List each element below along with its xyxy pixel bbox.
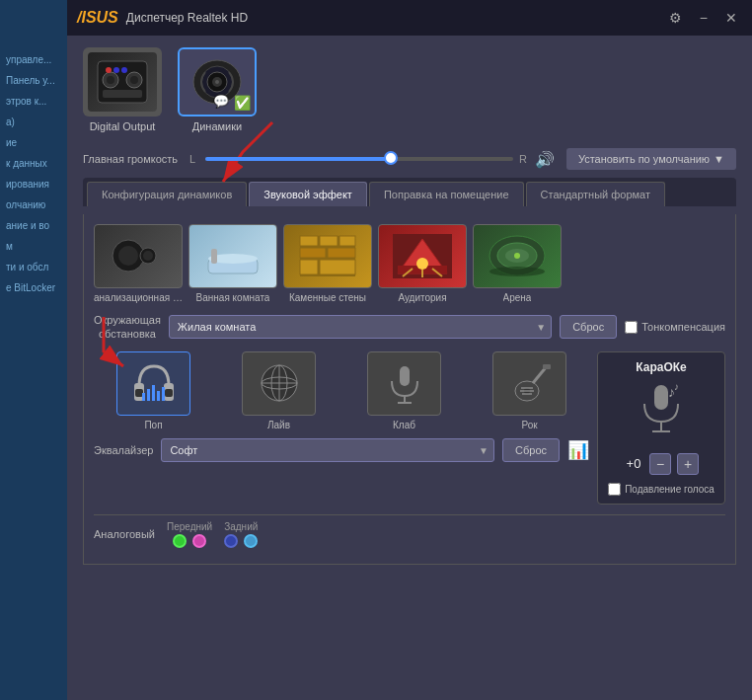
sidebar-item-3[interactable]: а) <box>0 112 67 132</box>
eq-presets-container: Поп <box>94 351 589 430</box>
karaoke-controls: +0 − + <box>624 453 699 475</box>
globe-svg <box>255 361 304 406</box>
env-stone-label: Каменные стены <box>289 292 366 303</box>
active-check-icon: ✅ <box>234 95 251 111</box>
minimize-button[interactable]: − <box>695 8 713 28</box>
eq-preset-club[interactable]: Клаб <box>344 351 464 430</box>
sidebar-item-2[interactable]: этров к... <box>0 91 67 112</box>
env-arena[interactable]: Арена <box>473 224 562 303</box>
device-section: Digital Output <box>83 47 736 140</box>
environment-icons: анализационная труб Ванная комната <box>94 224 725 303</box>
svg-rect-56 <box>400 366 410 386</box>
svg-point-16 <box>118 246 138 266</box>
settings-button[interactable]: ⚙ <box>664 8 687 28</box>
eq-rock-icon <box>492 351 566 416</box>
svg-point-33 <box>416 258 428 270</box>
svg-point-18 <box>143 251 153 261</box>
environment-reset-button[interactable]: Сброс <box>560 315 617 339</box>
sidebar-item-9[interactable]: м <box>0 236 67 257</box>
main-window: /ISUS Диспетчер Realtek HD ⚙ − ✕ <box>67 0 752 700</box>
eq-select[interactable]: СофтПопРокКлабДжазОтключено <box>161 438 494 462</box>
env-bath[interactable]: Ванная комната <box>188 224 277 303</box>
svg-rect-28 <box>300 260 318 274</box>
analog-section: Аналоговый Передний Задний <box>94 514 725 554</box>
sidebar-item-5[interactable]: к данных <box>0 153 67 174</box>
ton-comp-text: Тонкомпенсация <box>641 321 725 333</box>
analog-back-label: Задний <box>224 521 258 532</box>
sidebar-item-4[interactable]: ие <box>0 132 67 153</box>
sidebar-item-8[interactable]: ание и во <box>0 215 67 236</box>
svg-point-7 <box>113 67 119 73</box>
volume-slider-thumb[interactable] <box>384 151 398 165</box>
env-audit[interactable]: Аудитория <box>378 224 467 303</box>
arrow-indicator <box>193 113 312 192</box>
asus-logo: /ISUS <box>77 9 118 27</box>
volume-slider-track[interactable] <box>205 157 513 161</box>
tab-room[interactable]: Поправка на помещение <box>369 182 524 206</box>
analog-back-dot-2[interactable] <box>244 534 258 548</box>
svg-rect-47 <box>147 389 150 401</box>
karaoke-mic-icon: ♪ ♪ <box>637 382 686 445</box>
env-pipe-icon <box>94 224 183 288</box>
svg-rect-49 <box>157 391 160 401</box>
tabs-row: Конфигурация динамиков Звуковой эффект П… <box>83 178 736 206</box>
svg-point-41 <box>489 267 545 276</box>
env-bath-icon <box>188 224 277 288</box>
sidebar-item-1[interactable]: Панель у... <box>0 70 67 91</box>
window-controls: ⚙ − ✕ <box>664 8 742 28</box>
eq-preset-live[interactable]: Лайв <box>219 351 338 430</box>
eq-reset-button[interactable]: Сброс <box>502 438 560 462</box>
voice-suppress-checkbox[interactable] <box>608 483 621 496</box>
karaoke-value: +0 <box>624 456 643 471</box>
karaoke-title: КараОКе <box>636 360 686 374</box>
sidebar-item-10[interactable]: ти и обсл <box>0 257 67 277</box>
eq-pop-label: Поп <box>144 420 162 430</box>
tab-format[interactable]: Стандартный формат <box>526 182 665 206</box>
environment-select[interactable]: Жилая комнатаВанная комнатаАудиторияАрен… <box>169 315 552 339</box>
eq-preset-rock[interactable]: Рок <box>470 351 589 430</box>
karaoke-section: КараОКе ♪ ♪ +0 <box>597 351 725 505</box>
sidebar-item-6[interactable]: ирования <box>0 174 67 194</box>
env-stone-icon <box>283 224 372 288</box>
karaoke-plus-button[interactable]: + <box>677 453 699 475</box>
digital-output-device[interactable]: Digital Output <box>83 47 162 132</box>
svg-rect-23 <box>300 236 318 246</box>
eq-bars-icon[interactable]: 📊 <box>567 439 589 461</box>
karaoke-minus-button[interactable]: − <box>649 453 671 475</box>
ton-comp-label[interactable]: Тонкомпенсация <box>625 321 725 334</box>
env-audit-icon <box>378 224 467 288</box>
sidebar-item-0[interactable]: управле... <box>0 49 67 70</box>
voice-suppress-text: Подавление голоса <box>625 484 714 495</box>
eq-rock-label: Рок <box>521 420 537 430</box>
close-button[interactable]: ✕ <box>720 8 742 28</box>
equalizer-section: Поп <box>94 351 589 505</box>
svg-rect-26 <box>300 248 326 258</box>
analog-back-dot-1[interactable] <box>224 534 238 548</box>
svg-rect-67 <box>654 385 668 410</box>
analog-front-dot-1[interactable] <box>173 534 187 548</box>
eq-preset-pop[interactable]: Поп <box>94 351 213 430</box>
environment-row: Окружающая обстановка Жилая комнатаВанна… <box>94 313 725 342</box>
set-default-button[interactable]: Установить по умолчанию ▼ <box>566 148 736 170</box>
title-bar: /ISUS Диспетчер Realtek HD ⚙ − ✕ <box>67 0 752 36</box>
eq-pop-icon <box>116 351 190 416</box>
pipe-svg <box>109 234 168 278</box>
env-stone[interactable]: Каменные стены <box>283 224 372 303</box>
svg-point-8 <box>121 67 127 73</box>
sidebar-item-11[interactable]: е BitLocker <box>0 277 67 298</box>
content-area: Digital Output <box>67 36 752 700</box>
env-pipe-label: анализационная труб <box>94 292 183 303</box>
svg-rect-5 <box>103 90 142 98</box>
svg-rect-24 <box>320 236 338 246</box>
ton-comp-checkbox[interactable] <box>625 321 638 334</box>
volume-speaker-icon[interactable]: 🔊 <box>535 150 555 169</box>
env-bath-label: Ванная комната <box>196 292 270 303</box>
analog-front-dot-2[interactable] <box>192 534 206 548</box>
sidebar-item-7[interactable]: олчанию <box>0 194 67 215</box>
window-title: Диспетчер Realtek HD <box>126 11 656 25</box>
env-pipe[interactable]: анализационная труб <box>94 224 183 303</box>
eq-select-wrapper: СофтПопРокКлабДжазОтключено ▼ <box>161 438 494 462</box>
env-row-label: Окружающая обстановка <box>94 313 161 342</box>
voice-suppress-label[interactable]: Подавление голоса <box>608 483 714 496</box>
sidebar: управле... Панель у... этров к... а) ие … <box>0 0 67 700</box>
